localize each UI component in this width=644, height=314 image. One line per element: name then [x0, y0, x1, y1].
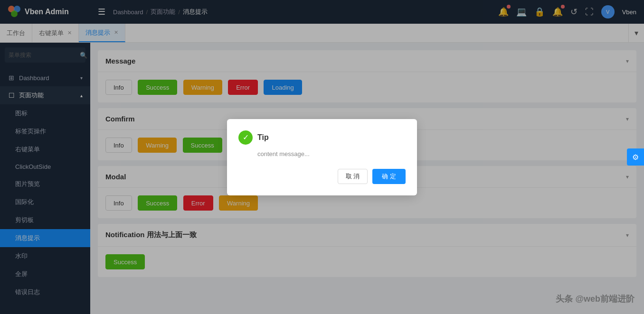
modal-cancel-button[interactable]: 取 消 — [338, 169, 368, 184]
modal-overlay[interactable]: ✓ Tip content message... 取 消 确 定 — [0, 0, 644, 314]
modal-tip-content: content message... — [257, 150, 406, 157]
modal-tip-header: ✓ Tip — [238, 130, 406, 145]
modal-footer: 取 消 确 定 — [238, 169, 406, 184]
settings-fab[interactable]: ⚙ — [627, 148, 644, 166]
settings-icon: ⚙ — [632, 153, 639, 162]
modal-tip-title: Tip — [257, 133, 269, 142]
tip-success-icon: ✓ — [238, 130, 253, 145]
modal-dialog: ✓ Tip content message... 取 消 确 定 — [227, 119, 417, 195]
modal-confirm-button[interactable]: 确 定 — [372, 169, 406, 184]
